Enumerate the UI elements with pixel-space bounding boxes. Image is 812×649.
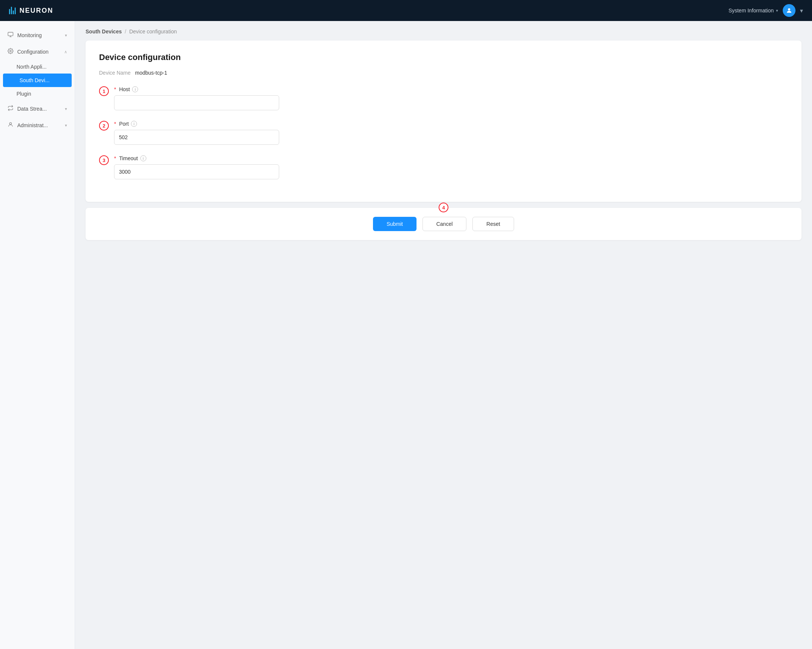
- svg-point-5: [9, 123, 11, 125]
- configuration-chevron-icon: ∧: [64, 50, 67, 54]
- device-name-value: modbus-tcp-1: [135, 70, 167, 76]
- top-navigation: NEURON System Information ▾ ▾: [0, 0, 812, 21]
- host-required-star: *: [114, 86, 116, 92]
- sidebar-south-devi-label: South Devi...: [20, 77, 50, 83]
- logo-bar-4: [15, 8, 16, 14]
- port-info-icon[interactable]: i: [131, 121, 137, 127]
- port-required-star: *: [114, 121, 116, 127]
- topnav-right: System Information ▾ ▾: [728, 4, 803, 17]
- sidebar-plugin-label: Plugin: [17, 91, 31, 97]
- breadcrumb-separator: /: [125, 29, 126, 35]
- administration-icon: [8, 122, 14, 129]
- configuration-icon: [8, 48, 14, 55]
- system-info-button[interactable]: System Information ▾: [728, 8, 778, 14]
- svg-point-4: [10, 50, 11, 52]
- main-layout: Monitoring ▾ Configuration ∧ North Appli…: [0, 21, 812, 649]
- host-label: * Host i: [114, 86, 788, 92]
- system-info-label: System Information: [728, 8, 774, 14]
- avatar[interactable]: [783, 4, 795, 17]
- timeout-label-text: Timeout: [119, 155, 138, 161]
- form-fields: 1 * Host i 2 * Port i: [114, 86, 788, 179]
- host-input[interactable]: [114, 95, 279, 110]
- timeout-input[interactable]: [114, 164, 279, 179]
- timeout-required-star: *: [114, 155, 116, 161]
- port-input[interactable]: [114, 130, 279, 145]
- step-3-badge: 3: [99, 155, 109, 165]
- page-title: Device configuration: [99, 53, 788, 62]
- port-label: * Port i: [114, 121, 788, 127]
- sidebar-item-monitoring[interactable]: Monitoring ▾: [0, 27, 75, 44]
- main-content: South Devices / Device configuration Dev…: [75, 21, 812, 649]
- device-configuration-card: Device configuration Device Name modbus-…: [85, 41, 801, 202]
- administration-chevron-icon: ▾: [65, 123, 67, 128]
- step-1-badge: 1: [99, 86, 109, 96]
- timeout-form-group: 3 * Timeout i: [114, 155, 788, 179]
- sidebar-administration-label: Administrat...: [17, 122, 48, 128]
- data-stream-icon: [8, 105, 14, 113]
- sidebar-item-data-stream[interactable]: Data Strea... ▾: [0, 101, 75, 117]
- sidebar-configuration-label: Configuration: [17, 49, 49, 55]
- monitoring-icon: [8, 32, 14, 39]
- logo: NEURON: [9, 7, 53, 15]
- sidebar-item-configuration[interactable]: Configuration ∧: [0, 44, 75, 60]
- svg-point-0: [788, 8, 790, 11]
- system-info-chevron-icon: ▾: [776, 8, 778, 13]
- data-stream-chevron-icon: ▾: [65, 107, 67, 111]
- sidebar-item-administration[interactable]: Administrat... ▾: [0, 117, 75, 134]
- sidebar-monitoring-label: Monitoring: [17, 32, 42, 38]
- svg-rect-1: [8, 32, 13, 36]
- breadcrumb: South Devices / Device configuration: [85, 29, 801, 35]
- action-card: 4 Submit Cancel Reset: [85, 208, 801, 240]
- nav-expand-button[interactable]: ▾: [800, 7, 803, 14]
- host-label-text: Host: [119, 86, 130, 92]
- submit-button[interactable]: Submit: [373, 217, 417, 231]
- logo-bar-3: [13, 11, 14, 14]
- sidebar-north-appli-label: North Appli...: [17, 64, 47, 70]
- monitoring-chevron-icon: ▾: [65, 33, 67, 38]
- sidebar: Monitoring ▾ Configuration ∧ North Appli…: [0, 21, 75, 649]
- logo-area: NEURON: [9, 7, 53, 15]
- step-4-badge: 4: [439, 203, 449, 212]
- timeout-label: * Timeout i: [114, 155, 788, 161]
- step-2-badge: 2: [99, 121, 109, 131]
- sidebar-data-stream-label: Data Strea...: [17, 106, 47, 112]
- logo-bar-2: [11, 7, 12, 14]
- port-form-group: 2 * Port i: [114, 121, 788, 145]
- timeout-info-icon[interactable]: i: [140, 155, 147, 161]
- host-info-icon[interactable]: i: [132, 86, 138, 92]
- device-name-row: Device Name modbus-tcp-1: [99, 70, 788, 76]
- reset-button[interactable]: Reset: [472, 217, 514, 231]
- breadcrumb-parent[interactable]: South Devices: [85, 29, 122, 35]
- logo-bar-1: [9, 9, 10, 14]
- sidebar-item-plugin[interactable]: Plugin: [0, 87, 75, 101]
- sidebar-item-north-appli[interactable]: North Appli...: [0, 60, 75, 73]
- cancel-button[interactable]: Cancel: [423, 217, 467, 231]
- port-label-text: Port: [119, 121, 129, 127]
- logo-icon: [9, 7, 16, 14]
- breadcrumb-current: Device configuration: [129, 29, 177, 35]
- user-icon: [786, 7, 792, 14]
- logo-text: NEURON: [20, 7, 53, 15]
- sidebar-item-south-devi[interactable]: South Devi...: [3, 73, 72, 87]
- device-name-label: Device Name: [99, 70, 131, 76]
- host-form-group: 1 * Host i: [114, 86, 788, 110]
